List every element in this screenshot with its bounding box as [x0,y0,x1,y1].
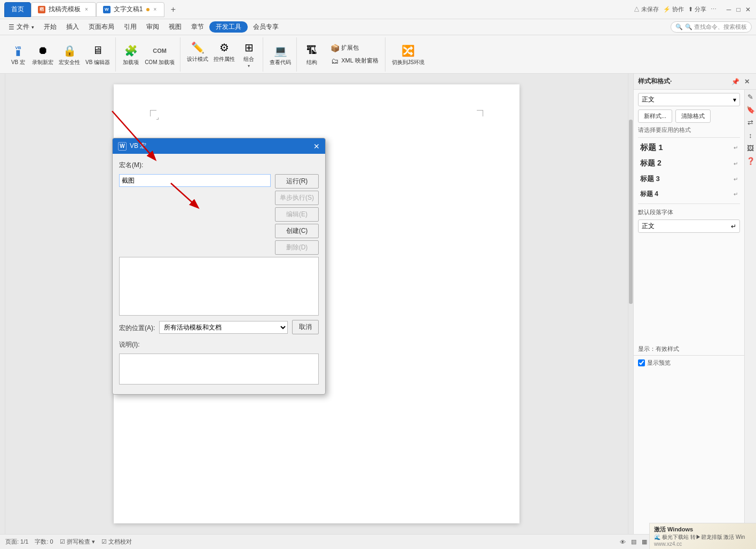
load-addin-label: 加载项 [123,59,139,66]
switch-js-button[interactable]: 🔀 切换到JS环境 [390,42,427,67]
scroll-thumb[interactable] [629,120,633,304]
doc-scrollbar[interactable] [628,74,633,534]
style-item-h3[interactable]: 标题 3 ↵ [636,171,742,186]
vb-macro-label: VB 宏 [11,59,25,66]
panel-current-style[interactable]: 正文 ▾ [638,93,740,106]
window-controls: ─ □ ✕ [725,6,752,13]
dialog-container: W VB 宏 ✕ 宏名(M): 运行(R) 单步执行(S) [112,138,326,395]
macro-security-button[interactable]: 🔒 宏安全性 [57,42,82,67]
view-code-button[interactable]: 💻 查看代码 [267,42,293,67]
menu-chapter[interactable]: 章节 [187,21,208,33]
macro-name-input[interactable] [119,174,271,187]
vb-macro-dialog[interactable]: W VB 宏 ✕ 宏名(M): 运行(R) 单步执行(S) [112,138,326,395]
combine-button[interactable]: ⊞ 组合 ▾ [238,39,259,69]
panel-pin-icon[interactable]: 📌 [730,77,740,87]
macro-list[interactable] [119,257,319,316]
restore-button[interactable]: □ [735,6,742,13]
view-code-icon: 💻 [273,43,288,58]
step-button[interactable]: 单步执行(S) [275,191,319,205]
control-props-button[interactable]: ⚙ 控件属性 [211,39,237,69]
style-item-h2[interactable]: 标题 2 ↵ [636,156,742,171]
tab-doc[interactable]: W 文字文稿1 × [96,2,165,17]
macro-security-label: 宏安全性 [59,59,80,66]
menu-view[interactable]: 视图 [164,21,186,33]
sidebar-icon-5[interactable]: 🖼 [746,143,755,153]
sidebar-icon-4[interactable]: ↕ [746,130,755,140]
sidebar-icon-6[interactable]: ❓ [746,156,755,166]
load-addin-button[interactable]: 🧩 加载项 [120,42,141,67]
create-button[interactable]: 创建(C) [275,224,319,238]
ribbon-group-addin: 🧩 加载项 COM COM 加载项 [117,37,180,72]
switch-js-label: 切换到JS环境 [392,59,425,66]
cancel-button[interactable]: 取消 [292,320,319,334]
eye-icon[interactable]: 👁 [620,539,626,545]
structure-button[interactable]: 🏗 结构 [301,42,322,67]
doc-tab-label: 文字文稿1 [114,5,143,14]
h1-label: 标题 1 [640,143,663,153]
menu-start[interactable]: 开始 [40,21,61,33]
description-input-row [119,354,319,385]
menu-review[interactable]: 审阅 [142,21,163,33]
close-button[interactable]: ✕ [744,6,752,13]
doc-check[interactable]: ☑ 文档校对 [101,538,132,546]
sidebar-icon-2[interactable]: 🔖 [746,105,755,114]
doc-area[interactable]: W VB 宏 ✕ 宏名(M): 运行(R) 单步执行(S) [5,74,628,534]
spell-check[interactable]: ☑ 拼写检查 ▾ [60,538,95,546]
more-button[interactable]: ⋯ [711,6,716,13]
record-macro-button[interactable]: ⏺ 录制新宏 [30,42,56,67]
menu-file[interactable]: ☰ 文件 ▾ [4,21,38,33]
menu-insert[interactable]: 插入 [62,21,83,33]
description-textarea[interactable] [119,354,319,385]
design-mode-button[interactable]: ✏️ 设计模式 [185,39,210,69]
collab-button[interactable]: ⚡ 协作 [663,5,684,13]
sidebar-icon-3[interactable]: ⇄ [746,117,755,127]
watermark-line1: 激活 Windows [654,526,752,534]
preview-checkbox[interactable] [638,359,645,366]
run-button[interactable]: 运行(R) [275,174,319,189]
word-count: 字数: 0 [35,538,53,546]
search-box[interactable]: 🔍 🔍 查找命令、搜索模板 [671,21,752,33]
ribbon-group-macro: VB ▐▌ VB 宏 ⏺ 录制新宏 🔒 宏安全性 🖥 VB 编辑器 [4,37,116,72]
style-item-h4[interactable]: 标题 4 ↵ [636,187,742,201]
ribbon-row-addin: 🧩 加载项 COM COM 加载项 [120,42,177,67]
tab-template[interactable]: 稻 找稿壳模板 × [31,2,96,17]
location-select[interactable]: 所有活动模板和文档当前文档Normal 模板 [159,321,288,334]
com-addin-button[interactable]: COM COM 加载项 [143,42,177,67]
dialog-title-bar: W VB 宏 ✕ [113,138,325,154]
clear-format-button[interactable]: 清除格式 [675,109,711,123]
new-style-button[interactable]: 新样式... [638,109,672,123]
template-tab-label: 找稿壳模板 [49,5,81,14]
multipage-view-icon[interactable]: ▦ [642,538,647,545]
tab-home[interactable]: 首页 [4,2,31,17]
panel-show-label: 显示：有效样式 [634,343,744,355]
record-macro-icon: ⏺ [35,43,50,58]
design-mode-label: 设计模式 [187,56,208,62]
h4-apply-arrow: ↵ [734,191,738,197]
vb-macro-button[interactable]: VB ▐▌ VB 宏 [7,42,29,67]
ribbon-group-code: 💻 查看代码 [264,37,297,72]
home-tab-label: 首页 [11,5,24,14]
menu-devtools[interactable]: 开发工具 [209,21,248,33]
panel-para-style[interactable]: 正文 ↵ [638,219,740,233]
add-tab-button[interactable]: + [167,3,179,16]
dialog-close-button[interactable]: ✕ [313,143,320,150]
title-bar: 首页 稻 找稿壳模板 × W 文字文稿1 × + △ 未保存 ⚡ 协作 ⬆ 分享… [0,0,756,19]
panel-close-icon[interactable]: ✕ [742,77,752,87]
delete-button[interactable]: 删除(D) [275,240,319,255]
para-style-label: 正文 [642,222,655,231]
vb-editor-button[interactable]: 🖥 VB 编辑器 [83,42,112,67]
menu-cite[interactable]: 引用 [120,21,141,33]
edit-button[interactable]: 编辑(E) [275,207,319,222]
layout-view-icon[interactable]: ▤ [631,538,636,545]
xml-mapping-button[interactable]: 🗂 XML 映射窗格 [327,55,381,67]
para-style-enter: ↵ [731,223,736,230]
menu-pagelayout[interactable]: 页面布局 [84,21,119,33]
template-tab-close[interactable]: × [84,6,89,12]
expand-button[interactable]: 📦 扩展包 [327,42,381,54]
menu-vip[interactable]: 会员专享 [249,21,283,33]
doc-tab-close[interactable]: × [153,6,158,12]
style-item-h1[interactable]: 标题 1 ↵ [636,140,742,155]
share-button[interactable]: ⬆ 分享 [688,5,706,13]
sidebar-icon-1[interactable]: ✎ [746,92,755,101]
minimize-button[interactable]: ─ [725,6,733,13]
